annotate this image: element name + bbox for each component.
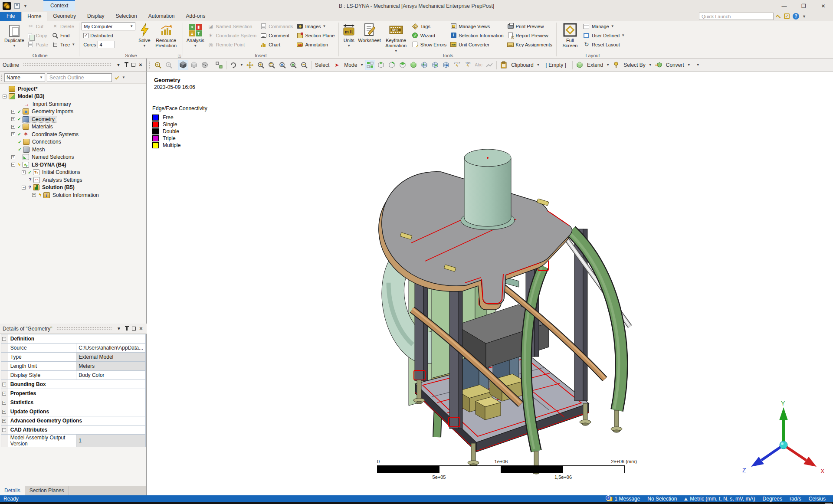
details-category-bounding-box[interactable]: +Bounding Box (1, 380, 146, 389)
expand-icon[interactable]: + (2, 383, 6, 386)
wizard-button[interactable]: ✓Wizard (410, 31, 449, 39)
rotate-dropdown-icon[interactable]: ▼ (239, 63, 244, 67)
zoom-to-selection-button[interactable] (288, 60, 298, 70)
tree-button[interactable]: Tree▼ (50, 40, 77, 49)
details-category-definition[interactable]: −Definition (1, 334, 146, 344)
select-by-dropdown-icon[interactable]: ▼ (648, 63, 653, 67)
quick-access-dropdown-icon[interactable]: ▼ (23, 4, 27, 8)
tree-item-materials[interactable]: +✓Materials (0, 123, 146, 131)
pin-icon[interactable] (126, 327, 128, 331)
details-row-type[interactable]: TypeExternal Model (1, 353, 146, 362)
key-assignments-button[interactable]: Key Assignments (505, 40, 554, 49)
quick-launch-input[interactable] (699, 13, 774, 20)
mode-dropdown-icon[interactable]: ▼ (359, 63, 364, 67)
tab-details[interactable]: Details (0, 486, 25, 495)
manage-views-button[interactable]: Manage Views (448, 22, 505, 30)
label-pick-button[interactable]: Abc (473, 60, 484, 70)
solver-target-select[interactable]: My Computer▼ (82, 22, 137, 30)
tab-geometry[interactable]: Geometry (47, 12, 82, 21)
close-panel-icon[interactable]: ✕ (138, 62, 144, 67)
expander-icon[interactable]: + (11, 125, 15, 129)
maximize-button[interactable]: ❐ (794, 0, 813, 12)
select-face-button[interactable] (397, 60, 408, 70)
rotate-button[interactable] (228, 60, 239, 70)
status-units[interactable]: Metric (mm, t, N, s, mV, mA) (684, 496, 755, 502)
select-node-button[interactable] (419, 60, 430, 70)
search-options-icon[interactable] (115, 75, 119, 80)
coordinate-system-button[interactable]: ✶Coordinate System (206, 31, 259, 39)
select-edge-button[interactable] (387, 60, 397, 70)
select-element-face-button[interactable] (430, 60, 440, 70)
details-category-update-options[interactable]: +Update Options (1, 407, 146, 416)
reset-layout-button[interactable]: ↻Reset Layout (581, 40, 626, 49)
triad-x-label[interactable]: X (820, 468, 825, 475)
select-by-icon[interactable] (611, 60, 621, 70)
analysis-button[interactable]: ≈▮±T Analysis ▼ (185, 22, 206, 49)
commands-button[interactable]: Commands (258, 22, 295, 30)
expander-icon[interactable]: − (11, 163, 15, 167)
close-panel-icon[interactable]: ✕ (138, 326, 144, 331)
pan-button[interactable] (245, 60, 255, 70)
expand-icon[interactable]: + (2, 401, 6, 405)
filter-name-select[interactable]: Name▼ (4, 73, 45, 82)
paste-button[interactable]: Paste (26, 40, 50, 49)
expand-icon[interactable]: + (2, 410, 6, 414)
convert-dropdown-icon[interactable]: ▼ (686, 63, 692, 67)
snap-pick-button[interactable]: 100ϟ (462, 60, 473, 70)
details-category-cad-attributes[interactable]: −CAD Attributes (1, 425, 146, 435)
annotation-button[interactable]: ABAnnotation (295, 40, 336, 49)
named-selection-button[interactable]: ◪Named Selection (206, 22, 259, 30)
zoom-fit-button[interactable] (277, 60, 288, 70)
tree-item-initial-conditions[interactable]: +✓T₀Initial Conditions (0, 169, 146, 177)
expander-icon[interactable]: + (11, 110, 15, 114)
triad-z-label[interactable]: Z (742, 467, 746, 474)
tab-home[interactable]: Home (21, 12, 47, 21)
resource-prediction-button[interactable]: Resource Prediction (152, 22, 180, 49)
worksheet-button[interactable]: Worksheet (357, 22, 382, 44)
details-category-advanced-geometry-options[interactable]: +Advanced Geometry Options (1, 416, 146, 425)
panel-menu-icon[interactable]: ▼ (116, 326, 122, 331)
status-messages[interactable]: 1 Message (607, 496, 640, 502)
clipboard-label[interactable]: Clipboard (509, 62, 535, 68)
details-row-source[interactable]: SourceC:\Users\ahallen\AppData... (1, 344, 146, 353)
clipboard-dropdown-icon[interactable]: ▼ (536, 63, 541, 67)
look-at-face-button[interactable] (189, 60, 199, 70)
model-cylinder[interactable] (461, 149, 515, 230)
extend-label[interactable]: Extend (585, 62, 605, 68)
tree-item-named-selections[interactable]: +Named Selections (0, 154, 146, 161)
expander-icon[interactable]: + (22, 170, 26, 174)
help-dropdown-icon[interactable]: ▼ (802, 14, 806, 19)
units-button[interactable]: m ft Units ▼ (341, 22, 357, 49)
maximize-panel-icon[interactable] (131, 63, 135, 67)
tree-item-import-summary[interactable]: →Import Summary (0, 100, 146, 108)
comment-button[interactable]: Comment (258, 31, 295, 39)
help-icon[interactable]: ? (793, 13, 799, 20)
model-3d[interactable] (147, 72, 833, 495)
status-rads[interactable]: rad/s (790, 496, 801, 502)
details-row-display-style[interactable]: Display StyleBody Color (1, 371, 146, 380)
tags-button[interactable]: Tags (410, 22, 449, 30)
tree-item-analysis-settings[interactable]: ?◠Analysis Settings (0, 176, 146, 184)
status-celsius[interactable]: Celsius (809, 496, 826, 502)
tab-display[interactable]: Display (82, 12, 110, 21)
zoom-out-button[interactable] (299, 60, 309, 70)
extend-dropdown-icon[interactable]: ▼ (605, 63, 610, 67)
remote-point-button[interactable]: ◎Remote Point (206, 40, 259, 49)
extend-icon[interactable] (574, 60, 585, 70)
collapse-ribbon-icon[interactable] (776, 14, 781, 19)
tree-item-solution-information[interactable]: +ϟiSolution Information (0, 191, 146, 199)
collapse-icon[interactable]: − (2, 428, 6, 432)
coordinate-pick-button[interactable]: X.Y.Zϟ (452, 60, 462, 70)
report-preview-button[interactable]: Report Preview (505, 31, 554, 39)
details-row-length-unit[interactable]: Length UnitMeters (1, 362, 146, 371)
orientation-triad[interactable]: Y Z X (739, 400, 828, 476)
tree-item-geometry-imports[interactable]: +✓Geometry Imports (0, 108, 146, 116)
expander-icon[interactable]: + (11, 132, 15, 136)
full-screen-button[interactable]: Full Screen (559, 22, 581, 49)
tree-item-connections[interactable]: ✓Connections (0, 138, 146, 146)
select-mode-single-button[interactable] (365, 60, 375, 70)
minimize-button[interactable]: — (774, 0, 794, 12)
tab-automation[interactable]: Automation (143, 12, 180, 21)
mode-label[interactable]: Mode (342, 62, 359, 68)
keyframe-animation-button[interactable]: Keyframe Animation ▼ (382, 22, 410, 55)
